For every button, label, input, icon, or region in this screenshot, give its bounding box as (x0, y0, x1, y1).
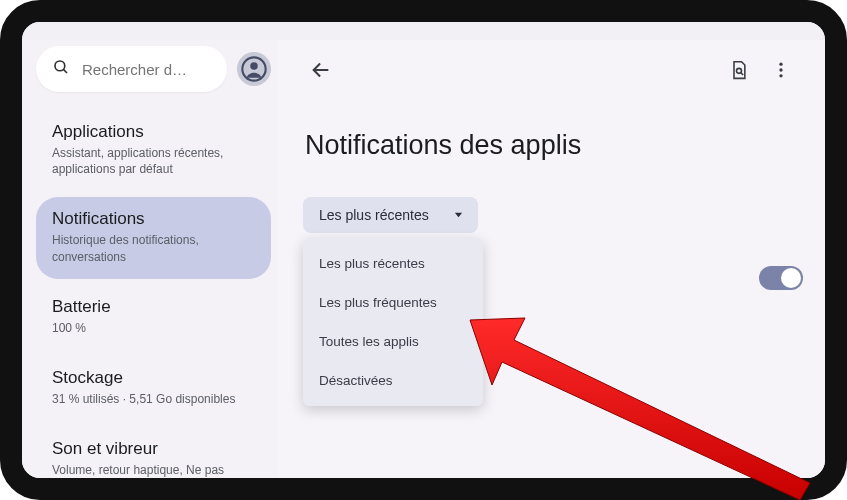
search-row (36, 46, 271, 92)
search-container[interactable] (36, 46, 227, 92)
sidebar-item-title: Applications (52, 122, 255, 142)
content-area: Applications Assistant, applications réc… (22, 40, 825, 478)
svg-line-6 (741, 73, 743, 75)
search-icon (52, 58, 70, 80)
filter-dropdown-button[interactable]: Les plus récentes (303, 197, 478, 233)
status-bar (22, 22, 825, 40)
svg-point-9 (779, 74, 782, 77)
page-title: Notifications des applis (305, 130, 799, 161)
sidebar-item-sub: Volume, retour haptique, Ne pas déranger (52, 462, 255, 478)
chevron-down-icon (453, 207, 464, 223)
find-in-page-button[interactable] (721, 52, 757, 88)
sidebar-item-title: Son et vibreur (52, 439, 255, 459)
sidebar-item-sub: 31 % utilisés · 5,51 Go disponibles (52, 391, 255, 407)
main-header (303, 50, 799, 90)
sidebar-item-title: Batterie (52, 297, 255, 317)
tablet-frame: Applications Assistant, applications réc… (0, 0, 847, 500)
search-input[interactable] (82, 61, 211, 78)
header-actions (721, 52, 799, 88)
back-button[interactable] (303, 52, 339, 88)
svg-point-5 (737, 68, 742, 73)
filter-dropdown-label: Les plus récentes (319, 207, 429, 223)
filter-option-frequent[interactable]: Les plus fréquentes (303, 283, 483, 322)
svg-marker-10 (455, 213, 462, 218)
filter-option-all-apps[interactable]: Toutes les applis (303, 322, 483, 361)
svg-point-8 (779, 68, 782, 71)
svg-line-1 (63, 69, 67, 73)
notifications-toggle[interactable] (759, 266, 803, 290)
sidebar-item-title: Stockage (52, 368, 255, 388)
sidebar-item-sub: Assistant, applications récentes, applic… (52, 145, 255, 177)
main-panel: Notifications des applis Les plus récent… (277, 40, 825, 478)
filter-dropdown-menu: Les plus récentes Les plus fréquentes To… (303, 238, 483, 406)
sidebar-item-notifications[interactable]: Notifications Historique des notificatio… (36, 197, 271, 278)
svg-point-0 (55, 61, 65, 71)
sidebar-item-applications[interactable]: Applications Assistant, applications réc… (36, 110, 271, 191)
svg-point-7 (779, 63, 782, 66)
sidebar-item-storage[interactable]: Stockage 31 % utilisés · 5,51 Go disponi… (36, 356, 271, 421)
sidebar-item-battery[interactable]: Batterie 100 % (36, 285, 271, 350)
sidebar-item-title: Notifications (52, 209, 255, 229)
filter-option-disabled[interactable]: Désactivées (303, 361, 483, 400)
sidebar-item-sub: Historique des notifications, conversati… (52, 232, 255, 264)
overflow-menu-button[interactable] (763, 52, 799, 88)
account-avatar[interactable] (237, 52, 271, 86)
svg-point-3 (250, 62, 257, 69)
settings-sidebar: Applications Assistant, applications réc… (22, 40, 277, 478)
sidebar-item-sub: 100 % (52, 320, 255, 336)
tablet-notch (379, 0, 469, 20)
sidebar-item-sound[interactable]: Son et vibreur Volume, retour haptique, … (36, 427, 271, 478)
filter-option-recent[interactable]: Les plus récentes (303, 244, 483, 283)
